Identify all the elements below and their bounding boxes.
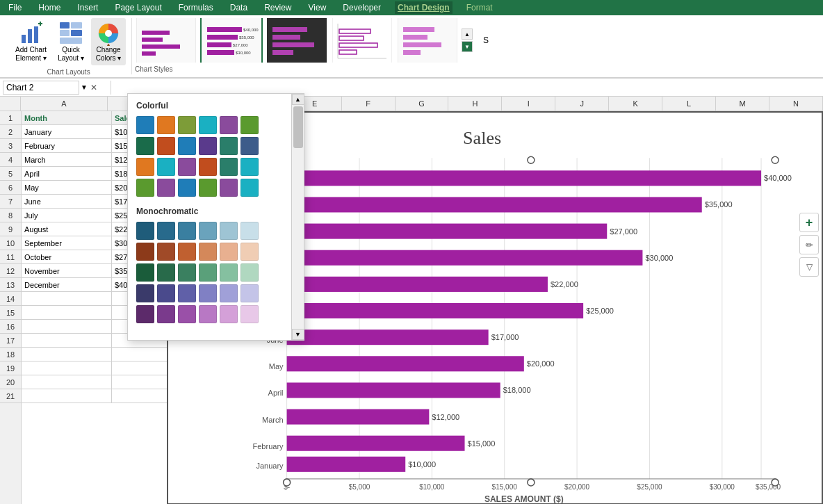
col-header-g[interactable]: G	[396, 97, 449, 111]
color-swatch[interactable]	[178, 222, 196, 240]
color-swatch[interactable]	[199, 179, 217, 197]
cell-a-3[interactable]: February	[22, 139, 112, 153]
color-swatch[interactable]	[136, 243, 154, 261]
cell-a-5[interactable]: April	[22, 167, 112, 181]
cell-a-12[interactable]: November	[22, 264, 112, 278]
color-swatch[interactable]	[241, 243, 259, 261]
color-swatch[interactable]	[136, 305, 154, 323]
color-swatch[interactable]	[136, 158, 154, 176]
color-swatch[interactable]	[178, 263, 196, 282]
color-swatch[interactable]	[136, 179, 154, 197]
menu-file[interactable]: File	[6, 1, 24, 14]
color-swatch[interactable]	[241, 158, 259, 176]
color-swatch[interactable]	[199, 284, 217, 302]
name-box-close-button[interactable]: ✕	[90, 83, 97, 92]
color-swatch[interactable]	[136, 116, 154, 134]
color-swatch[interactable]	[199, 158, 217, 176]
col-header-j[interactable]: J	[555, 97, 609, 111]
quick-layout-button[interactable]: QuickLayout ▾	[54, 18, 88, 65]
chart-style-button[interactable]: ✏	[799, 235, 819, 254]
color-swatch[interactable]	[199, 137, 217, 155]
menu-view[interactable]: View	[306, 1, 329, 14]
color-swatch[interactable]	[220, 284, 238, 302]
cell-a-14[interactable]	[22, 292, 112, 306]
color-swatch[interactable]	[178, 116, 196, 134]
cell-a-2[interactable]: January	[22, 125, 112, 139]
menu-developer[interactable]: Developer	[340, 1, 384, 14]
color-swatch[interactable]	[220, 158, 238, 176]
cell-a-17[interactable]	[22, 334, 112, 348]
cell-a-20[interactable]	[22, 375, 112, 389]
col-header-h[interactable]: H	[448, 97, 502, 111]
name-box-dropdown-arrow[interactable]: ▼	[81, 83, 88, 91]
col-header-m[interactable]: M	[716, 97, 769, 111]
chart-style-4[interactable]	[331, 18, 393, 63]
chart-styles-scroll[interactable]: ▲ ▼	[462, 29, 473, 52]
cell-a-15[interactable]	[22, 306, 112, 320]
menu-insert[interactable]: Insert	[74, 1, 101, 14]
color-swatch[interactable]	[136, 137, 154, 155]
color-swatch[interactable]	[241, 263, 259, 282]
color-swatch[interactable]	[220, 243, 238, 261]
color-swatch[interactable]	[157, 243, 175, 261]
scroll-down-btn[interactable]: ▼	[292, 329, 304, 340]
col-header-i[interactable]: I	[502, 97, 555, 111]
cell-a-8[interactable]: July	[22, 209, 112, 222]
color-swatch[interactable]	[241, 284, 259, 302]
cell-a-16[interactable]	[22, 320, 112, 334]
color-swatch[interactable]	[178, 284, 196, 302]
color-swatch[interactable]	[220, 263, 238, 282]
color-swatch[interactable]	[157, 116, 175, 134]
color-swatch[interactable]	[241, 305, 259, 323]
chart-style-2[interactable]: $40,000 $35,000 $27,000 $30,000	[200, 18, 263, 63]
menu-chart-design[interactable]: Chart Design	[395, 1, 453, 14]
color-swatch[interactable]	[220, 179, 238, 197]
scroll-down-arrow[interactable]: ▼	[462, 41, 473, 52]
color-swatch[interactable]	[199, 305, 217, 323]
col-header-k[interactable]: K	[609, 97, 662, 111]
scroll-up-arrow[interactable]: ▲	[462, 29, 473, 40]
cell-a-11[interactable]: October	[22, 250, 112, 264]
color-swatch[interactable]	[241, 222, 259, 240]
color-swatch[interactable]	[136, 263, 154, 282]
color-swatch[interactable]	[157, 179, 175, 197]
chart-filter-button[interactable]: ▽	[799, 257, 819, 277]
color-swatch[interactable]	[220, 116, 238, 134]
cell-a-18[interactable]	[22, 348, 112, 361]
color-swatch[interactable]	[199, 222, 217, 240]
name-box-input[interactable]	[3, 81, 79, 95]
color-swatch[interactable]	[178, 137, 196, 155]
cell-a-13[interactable]: December	[22, 278, 112, 292]
color-swatch[interactable]	[220, 137, 238, 155]
color-swatch[interactable]	[136, 222, 154, 240]
color-swatch[interactable]	[241, 179, 259, 197]
col-header-l[interactable]: L	[662, 97, 716, 111]
color-swatch[interactable]	[136, 284, 154, 302]
cell-a-9[interactable]: August	[22, 222, 112, 236]
menu-data[interactable]: Data	[227, 1, 250, 14]
color-swatch[interactable]	[157, 305, 175, 323]
color-swatch[interactable]	[157, 222, 175, 240]
color-swatch[interactable]	[157, 263, 175, 282]
color-swatch[interactable]	[157, 284, 175, 302]
color-swatch[interactable]	[241, 137, 259, 155]
color-swatch[interactable]	[178, 179, 196, 197]
chart-style-3[interactable]	[266, 18, 328, 63]
scroll-up-btn[interactable]: ▲	[292, 94, 304, 105]
color-swatch[interactable]	[178, 305, 196, 323]
chart-style-5[interactable]	[396, 18, 459, 63]
more-styles-button[interactable]: S	[475, 35, 496, 45]
color-swatch[interactable]	[220, 222, 238, 240]
menu-home[interactable]: Home	[35, 1, 63, 14]
menu-review[interactable]: Review	[261, 1, 294, 14]
color-swatch[interactable]	[199, 116, 217, 134]
color-swatch[interactable]	[241, 116, 259, 134]
cell-a-1[interactable]: Month	[22, 111, 112, 125]
color-swatch[interactable]	[157, 137, 175, 155]
cell-a-19[interactable]	[22, 361, 112, 375]
change-colors-button[interactable]: ChangeColors ▾	[91, 18, 126, 65]
menu-formulas[interactable]: Formulas	[176, 1, 216, 14]
col-header-f[interactable]: F	[342, 97, 396, 111]
col-header-a[interactable]: A	[21, 97, 108, 111]
color-swatch[interactable]	[157, 158, 175, 176]
